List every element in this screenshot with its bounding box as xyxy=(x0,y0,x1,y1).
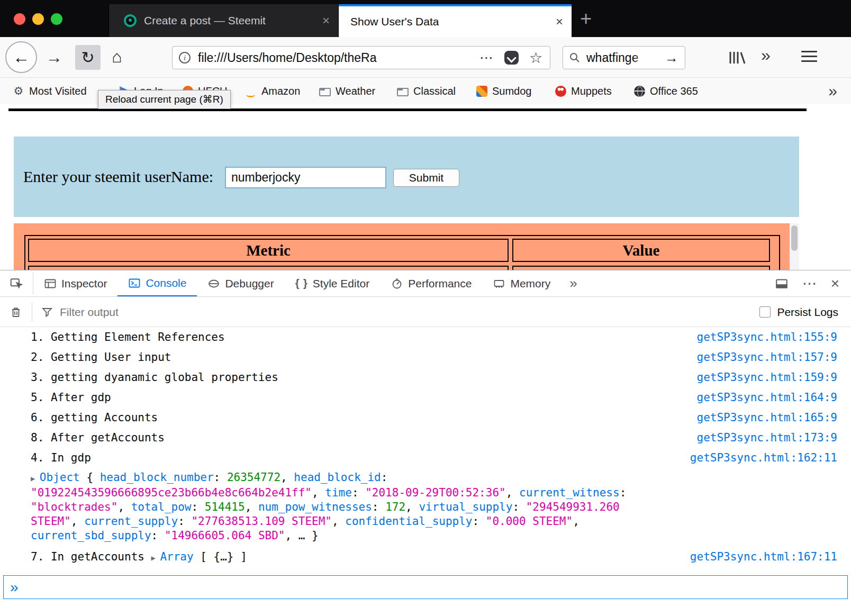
debugger-icon xyxy=(207,277,220,290)
search-go-icon[interactable]: → xyxy=(665,50,678,66)
minimize-window-button[interactable] xyxy=(32,13,44,25)
tab-label: Inspector xyxy=(61,277,107,290)
console-message: 3. getting dyanamic global properties xyxy=(31,371,278,384)
bookmark-item-most-visited[interactable]: ⚙Most Visited xyxy=(13,78,87,104)
amazon-icon xyxy=(245,85,257,97)
search-input[interactable]: whatfinge xyxy=(586,51,650,65)
console-message: ▶ Object { head_block_number: 26354772, … xyxy=(31,470,650,543)
title-bar: Create a post — Steemit × Show User's Da… xyxy=(0,0,851,37)
back-button[interactable]: ← xyxy=(5,41,37,73)
filter-output-input[interactable]: Filter output xyxy=(60,306,119,319)
forward-button[interactable]: → xyxy=(46,48,62,67)
console-row[interactable]: 5. After gdpgetSP3sync.html:164:9 xyxy=(0,388,851,408)
submit-button[interactable]: Submit xyxy=(393,169,459,187)
page-actions-icon[interactable]: ⋯ xyxy=(479,50,494,66)
source-location-link[interactable]: getSP3sync.html:162:11 xyxy=(680,451,837,465)
expand-arrow-icon[interactable]: ▶ xyxy=(31,474,40,483)
reload-button[interactable]: ↻ xyxy=(75,45,101,70)
tab-show-users-data[interactable]: Show User's Data × xyxy=(339,4,572,37)
reload-icon: ↻ xyxy=(81,48,94,67)
pick-element-button[interactable] xyxy=(0,270,33,296)
search-bar[interactable]: whatfinge → xyxy=(563,46,685,69)
home-button[interactable]: ⌂ xyxy=(112,47,122,67)
expand-arrow-icon[interactable]: ▶ xyxy=(151,554,160,562)
console-row[interactable]: ▶ Object { head_block_number: 26354772, … xyxy=(0,468,851,547)
sumdog-icon xyxy=(476,86,487,97)
folder-icon xyxy=(319,88,331,96)
console-row[interactable]: 4. In gdpgetSP3sync.html:162:11 xyxy=(0,448,851,468)
clear-console-icon[interactable] xyxy=(10,306,22,319)
tab-performance[interactable]: Performance xyxy=(380,270,482,296)
scrollbar-thumb[interactable] xyxy=(791,225,798,251)
source-location-link[interactable]: getSP3sync.html:159:9 xyxy=(686,371,837,384)
console-message: 4. In gdp xyxy=(31,451,91,465)
tab-label: Debugger xyxy=(225,277,274,290)
console-message: 8. After getAccounts xyxy=(31,431,165,445)
maximize-window-button[interactable] xyxy=(51,13,62,25)
bookmark-star-icon[interactable]: ☆ xyxy=(529,49,542,67)
table-header-row: Metric Value xyxy=(28,239,776,262)
library-icon[interactable] xyxy=(726,50,747,66)
filter-icon[interactable] xyxy=(41,306,53,319)
source-location-link[interactable]: getSP3sync.html:157:9 xyxy=(686,351,837,364)
bookmark-label: Office 365 xyxy=(650,85,698,97)
console-row[interactable]: 3. getting dyanamic global propertiesget… xyxy=(0,368,851,388)
source-location-link[interactable]: getSP3sync.html:164:9 xyxy=(686,391,837,404)
pocket-icon[interactable] xyxy=(504,51,519,65)
page-content: Enter your steemit userName: Submit Metr… xyxy=(0,104,851,270)
tab-label: Memory xyxy=(510,277,550,290)
bookmark-item-classical[interactable]: Classical xyxy=(397,78,456,104)
element-picker-icon xyxy=(10,277,23,291)
page-info-icon[interactable]: i xyxy=(179,52,191,64)
source-location-link[interactable]: getSP3sync.html:173:9 xyxy=(686,431,837,445)
menu-icon[interactable] xyxy=(801,51,817,64)
close-tab-icon[interactable]: × xyxy=(322,14,330,27)
console-command-line[interactable]: » xyxy=(3,575,848,599)
tab-create-a-post[interactable]: Create a post — Steemit × xyxy=(108,4,339,37)
toolbar-overflow-icon[interactable]: » xyxy=(761,46,771,65)
bookmark-item-sumdog[interactable]: Sumdog xyxy=(476,78,532,104)
bookmark-label: Most Visited xyxy=(29,85,87,97)
close-tab-icon[interactable]: × xyxy=(556,15,563,28)
steemit-icon xyxy=(124,14,137,27)
username-input[interactable] xyxy=(225,167,386,188)
close-window-button[interactable] xyxy=(14,13,25,25)
tab-title: Create a post — Steemit xyxy=(144,14,266,27)
browser-window: Create a post — Steemit × Show User's Da… xyxy=(0,0,851,616)
tab-debugger[interactable]: Debugger xyxy=(197,270,284,296)
bookmark-item-muppets[interactable]: Muppets xyxy=(555,78,612,104)
devtools-menu-icon[interactable]: ⋯ xyxy=(802,275,817,292)
dock-icon[interactable] xyxy=(775,277,789,291)
tab-console[interactable]: Console xyxy=(117,270,197,296)
value-header: Value xyxy=(512,239,770,262)
console-row[interactable]: 8. After getAccountsgetSP3sync.html:173:… xyxy=(0,428,851,448)
console-row[interactable]: 6. getting AccountsgetSP3sync.html:165:9 xyxy=(0,408,851,428)
url-text[interactable]: file:///Users/home/Desktop/theRa xyxy=(198,51,447,65)
bookmark-label: Muppets xyxy=(571,85,612,97)
devtools-close-icon[interactable]: × xyxy=(831,275,839,292)
source-location-link[interactable]: getSP3sync.html:155:9 xyxy=(686,331,837,344)
new-tab-button[interactable]: + xyxy=(580,7,592,30)
url-bar[interactable]: i file:///Users/home/Desktop/theRa ⋯ ☆ xyxy=(172,46,550,69)
tab-memory[interactable]: Memory xyxy=(482,270,561,296)
more-tools-icon[interactable]: » xyxy=(561,270,585,296)
page-scrollbar[interactable] xyxy=(790,223,799,270)
globe-icon xyxy=(634,86,645,97)
console-row[interactable]: 2. Getting User inputgetSP3sync.html:157… xyxy=(0,348,851,368)
console-message: 7. In getAccounts ▶ Array [ {…} ] xyxy=(31,550,247,565)
bookmark-label: Weather xyxy=(336,85,375,97)
persist-logs-checkbox[interactable] xyxy=(759,306,771,318)
bookmark-item-amazon[interactable]: Amazon xyxy=(245,78,300,104)
console-row[interactable]: 1. Getting Element ReferencesgetSP3sync.… xyxy=(0,328,851,348)
source-location-link[interactable]: getSP3sync.html:167:11 xyxy=(680,550,837,564)
table-row xyxy=(28,266,776,270)
bookmark-item-office-365[interactable]: Office 365 xyxy=(634,78,698,104)
console-row[interactable]: 7. In getAccounts ▶ Array [ {…} ]getSP3s… xyxy=(0,547,851,568)
bookmark-item-weather[interactable]: Weather xyxy=(319,78,375,104)
bookmarks-overflow-icon[interactable]: » xyxy=(828,82,837,100)
back-icon: ← xyxy=(13,48,30,67)
tab-style-editor[interactable]: { } Style Editor xyxy=(285,270,381,296)
tab-inspector[interactable]: Inspector xyxy=(33,270,117,296)
source-location-link[interactable]: getSP3sync.html:165:9 xyxy=(686,411,837,424)
tab-label: Performance xyxy=(408,277,472,290)
